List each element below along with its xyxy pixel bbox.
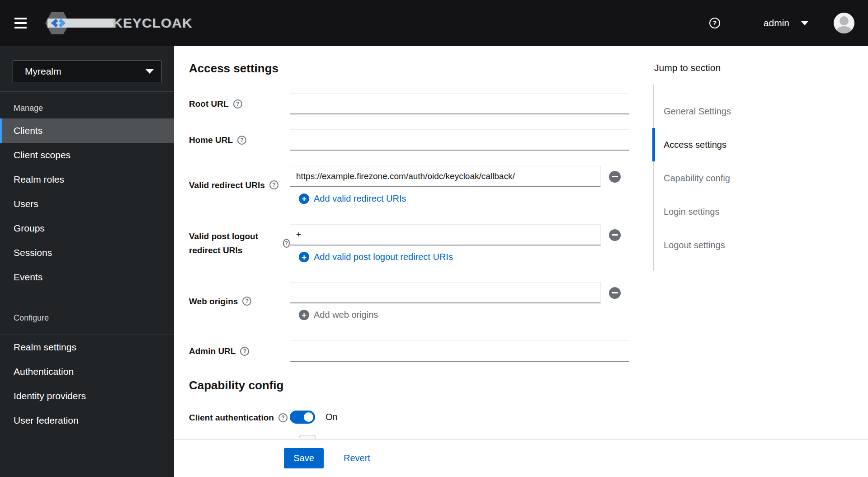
- client-authentication-row: Client authentication ? On: [189, 411, 655, 425]
- realm-name: Myrealm: [25, 66, 61, 77]
- masthead: KEYCLOAK ? admin: [0, 0, 868, 46]
- client-authentication-state: On: [326, 412, 338, 422]
- revert-button[interactable]: Revert: [344, 453, 370, 463]
- username[interactable]: admin: [764, 18, 789, 28]
- sidebar-item-events[interactable]: Events: [0, 265, 174, 289]
- sidebar-item-authentication[interactable]: Authentication: [0, 359, 174, 384]
- sidebar-item-realm-roles[interactable]: Realm roles: [0, 167, 174, 192]
- hamburger-menu-icon[interactable]: [14, 18, 27, 28]
- manage-nav: Clients Client scopes Realm roles Users …: [0, 118, 174, 289]
- question-circle-icon[interactable]: ?: [242, 297, 251, 306]
- brand-text: KEYCLOAK: [113, 15, 192, 31]
- plus-circle-icon: +: [299, 252, 309, 262]
- client-settings-form-area: Access settings Root URL ? Home URL ?: [174, 46, 868, 439]
- help-icon[interactable]: ?: [709, 18, 720, 28]
- question-circle-icon[interactable]: ?: [233, 99, 242, 109]
- caret-down-icon[interactable]: [801, 21, 808, 25]
- access-settings-heading: Access settings: [189, 61, 868, 76]
- realm-select[interactable]: Myrealm: [13, 61, 161, 82]
- sidebar-item-clients[interactable]: Clients: [0, 118, 174, 143]
- jump-item-login-settings[interactable]: Login settings: [653, 195, 731, 228]
- jump-nav-active-indicator: [652, 128, 655, 161]
- nav-group-manage-title: Manage: [0, 92, 174, 118]
- valid-redirect-uri-input[interactable]: https://example.firezone.com/auth/oidc/k…: [290, 166, 601, 187]
- header-toolbar: ? admin: [709, 13, 868, 33]
- jump-item-general-settings[interactable]: General Settings: [653, 94, 731, 128]
- sidebar-item-client-scopes[interactable]: Client scopes: [0, 143, 174, 167]
- keycloak-logo[interactable]: KEYCLOAK: [45, 10, 192, 36]
- valid-redirect-uris-row: Valid redirect URIs ? https://example.fi…: [189, 166, 655, 204]
- question-circle-icon[interactable]: ?: [278, 413, 288, 422]
- realm-selector-section: Myrealm: [0, 46, 174, 92]
- add-valid-redirect-uris-button[interactable]: + Add valid redirect URIs: [290, 193, 655, 204]
- sidebar-item-realm-settings[interactable]: Realm settings: [0, 335, 174, 359]
- admin-url-input[interactable]: [290, 340, 629, 362]
- client-authentication-toggle[interactable]: [290, 411, 315, 424]
- minus-circle-icon[interactable]: [609, 229, 621, 241]
- jump-item-logout-settings[interactable]: Logout settings: [653, 228, 731, 262]
- jump-nav: General Settings Access settings Capabil…: [653, 94, 731, 262]
- question-circle-icon[interactable]: ?: [269, 180, 278, 189]
- home-url-label: Home URL: [189, 133, 233, 147]
- access-settings-form: Root URL ? Home URL ?: [189, 93, 655, 425]
- sidebar-item-groups[interactable]: Groups: [0, 216, 174, 241]
- keycloak-logo-icon: [45, 11, 116, 35]
- jump-item-access-settings[interactable]: Access settings: [653, 128, 731, 161]
- minus-circle-icon[interactable]: [609, 287, 621, 299]
- question-circle-icon[interactable]: ?: [240, 347, 249, 356]
- post-logout-redirect-uris-row: Valid post logout redirect URIs ? + + Ad…: [189, 224, 655, 262]
- root-url-row: Root URL ?: [189, 93, 655, 114]
- root-url-label: Root URL: [189, 97, 229, 111]
- web-origins-input[interactable]: [290, 282, 601, 303]
- question-circle-icon[interactable]: ?: [237, 136, 246, 145]
- form-action-bar: Save Revert: [174, 439, 868, 477]
- add-post-logout-redirect-uris-button[interactable]: + Add valid post logout redirect URIs: [290, 251, 655, 262]
- minus-circle-icon[interactable]: [609, 171, 621, 183]
- caret-down-icon: [146, 69, 154, 74]
- post-logout-redirect-uri-input[interactable]: +: [290, 224, 601, 246]
- home-url-row: Home URL ?: [189, 129, 655, 151]
- avatar[interactable]: [834, 13, 854, 33]
- configure-nav: Realm settings Authentication Identity p…: [0, 335, 174, 433]
- sidebar-item-user-federation[interactable]: User federation: [0, 408, 174, 433]
- add-web-origins-button[interactable]: + Add web origins: [290, 309, 655, 320]
- plus-circle-icon: +: [299, 194, 309, 204]
- capability-config-heading: Capability config: [189, 378, 655, 392]
- admin-url-row: Admin URL ?: [189, 340, 655, 362]
- post-logout-redirect-uris-label: Valid post logout redirect URIs: [189, 229, 278, 257]
- sidebar-item-users[interactable]: Users: [0, 192, 174, 216]
- save-button[interactable]: Save: [284, 448, 324, 468]
- sidebar-item-identity-providers[interactable]: Identity providers: [0, 384, 174, 408]
- client-authentication-label: Client authentication: [189, 411, 274, 425]
- root-url-input[interactable]: [290, 93, 629, 114]
- valid-redirect-uris-label: Valid redirect URIs: [189, 178, 265, 192]
- plus-circle-icon: +: [299, 310, 309, 320]
- keycloak-admin-console: KEYCLOAK ? admin Myrealm Manage Clients …: [0, 0, 868, 477]
- home-url-input[interactable]: [290, 129, 629, 151]
- jump-to-section-title: Jump to section: [654, 62, 721, 74]
- sidebar-item-sessions[interactable]: Sessions: [0, 241, 174, 265]
- nav-group-configure-title: Configure: [0, 289, 174, 328]
- question-circle-icon[interactable]: ?: [283, 239, 290, 248]
- sidebar: Myrealm Manage Clients Client scopes Rea…: [0, 46, 174, 477]
- web-origins-row: Web origins ? + Add web origins: [189, 282, 655, 320]
- web-origins-label: Web origins: [189, 294, 238, 308]
- admin-url-label: Admin URL: [189, 344, 236, 358]
- jump-item-capability-config[interactable]: Capability config: [653, 161, 731, 195]
